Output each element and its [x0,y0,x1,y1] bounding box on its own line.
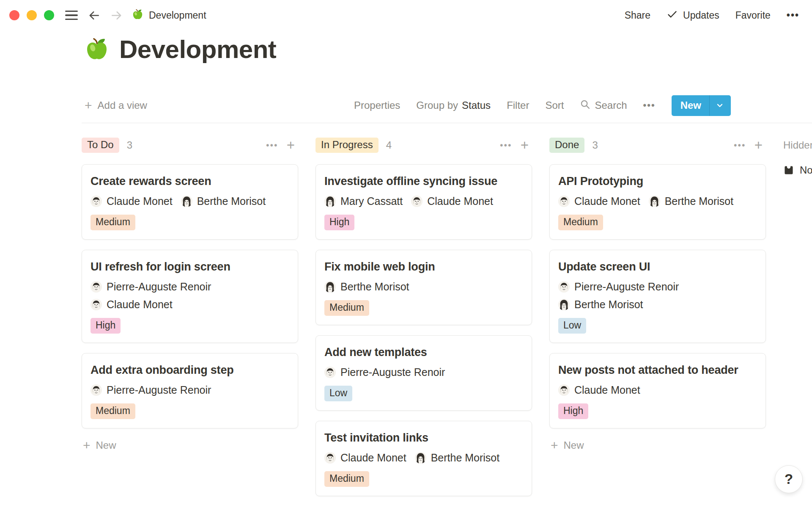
kanban-card[interactable]: Fix mobile web login Berthe MorisotMediu… [315,250,532,325]
card-assignees: Claude Monet [558,384,757,396]
kanban-board: To Do3•••+Create rewards screen Claude M… [82,137,812,508]
column-add-icon[interactable]: + [754,139,763,151]
page-title[interactable]: Development [119,35,276,64]
kanban-card[interactable]: API Prototyping Claude Monet Berthe Mori… [549,164,766,240]
toolbar-divider [82,123,812,123]
column-status-pill[interactable]: To Do [82,138,119,153]
priority-tag: Medium [324,300,369,316]
kanban-card[interactable]: Update screen UI Pierre-Auguste Renoir B… [549,250,766,343]
column-status-pill[interactable]: Done [549,138,584,153]
column-more-icon[interactable]: ••• [500,141,512,150]
group-by-value: Status [462,99,491,111]
column-add-icon[interactable]: + [287,139,295,151]
favorite-button[interactable]: Favorite [735,10,771,21]
priority-tag: Low [558,318,586,334]
avatar [91,299,102,310]
column-more-icon[interactable]: ••• [266,141,278,150]
priority-tag: Low [324,386,352,401]
column-more-icon[interactable]: ••• [734,141,746,150]
toolbar-more-icon[interactable]: ••• [643,100,656,111]
plus-icon: + [85,100,92,110]
kanban-card[interactable]: Investigate offline syncing issue Mary C… [315,164,532,240]
assignee: Pierre-Auguste Renoir [91,384,211,396]
column-status-pill[interactable]: In Progress [315,138,379,153]
kanban-card[interactable]: New posts not attached to header Claude … [549,353,766,428]
back-icon[interactable] [88,9,100,22]
avatar [324,367,336,378]
card-title: Create rewards screen [91,174,289,189]
inbox-icon [783,165,794,176]
minimize-window-button[interactable] [27,10,37,20]
board-column: In Progress4•••+Investigate offline sync… [315,137,532,508]
add-view-button[interactable]: + Add a view [85,99,147,111]
assignee-name: Pierre-Auguste Renoir [107,384,211,396]
assignee: Mary Cassatt [324,195,403,207]
assignee: Claude Monet [558,384,640,396]
kanban-card[interactable]: Create rewards screen Claude Monet Berth… [82,164,298,240]
assignee-name: Claude Monet [427,195,493,207]
kanban-card[interactable]: Add new templates Pierre-Auguste RenoirL… [315,335,532,411]
new-button-label[interactable]: New [672,95,709,116]
updates-button[interactable]: Updates [667,8,719,22]
plus-icon: + [551,440,558,451]
assignee-name: Berthe Morisot [665,195,734,207]
column-count: 3 [127,139,132,151]
assignee-name: Pierre-Auguste Renoir [107,281,211,293]
assignee-name: Claude Monet [107,195,173,207]
column-header: To Do3•••+ [82,137,298,153]
avatar [324,196,336,207]
sidebar-menu-icon[interactable] [65,11,78,20]
card-assignees: Pierre-Auguste Renoir [324,366,523,378]
priority-tag: High [91,318,121,334]
chevron-down-icon[interactable] [709,95,731,116]
search-button[interactable]: Search [580,99,627,112]
more-options-icon[interactable]: ••• [787,10,799,21]
filter-button[interactable]: Filter [507,99,529,111]
assignee: Berthe Morisot [558,298,643,311]
avatar [91,196,102,207]
card-assignees: Claude Monet Berthe Morisot [324,452,523,464]
column-count: 4 [386,139,392,151]
sort-button[interactable]: Sort [545,99,564,111]
assignee: Berthe Morisot [181,195,266,207]
new-button[interactable]: New [672,95,731,116]
priority-tag: Medium [558,215,603,230]
new-card-button[interactable]: +New [82,439,298,451]
window-titlebar: Development Share Updates Favorite ••• [0,0,812,30]
hidden-groups-label: Hidden [783,137,812,153]
breadcrumb[interactable]: Development [132,8,206,22]
card-assignees: Pierre-Auguste Renoir [91,384,289,396]
column-add-icon[interactable]: + [521,139,529,151]
new-card-label: New [96,439,116,451]
group-by-button[interactable]: Group byStatus [416,99,491,111]
avatar [558,299,570,310]
card-assignees: Pierre-Auguste Renoir Berthe Morisot [558,281,757,311]
card-assignees: Claude Monet Berthe Morisot [91,195,289,207]
card-assignees: Berthe Morisot [324,281,523,293]
assignee: Berthe Morisot [415,452,500,464]
close-window-button[interactable] [9,10,19,20]
help-button[interactable]: ? [775,465,803,493]
assignee-name: Claude Monet [574,195,640,207]
hidden-groups-column: Hidden No Status [783,137,812,176]
kanban-card[interactable]: Test invitation links Claude Monet Berth… [315,421,532,496]
avatar [558,281,570,293]
assignee: Berthe Morisot [324,281,409,293]
avatar [411,196,422,207]
zoom-window-button[interactable] [44,10,54,20]
share-button[interactable]: Share [625,10,650,21]
priority-tag: High [558,403,588,419]
page-apple-icon[interactable] [85,36,109,63]
hidden-group-item[interactable]: No Status [783,164,812,176]
new-card-button[interactable]: +New [549,439,766,451]
priority-tag: Medium [91,215,135,230]
kanban-card[interactable]: UI refresh for login screen Pierre-Augus… [82,250,298,343]
card-title: Update screen UI [558,259,757,274]
forward-icon[interactable] [110,9,123,22]
card-title: Add new templates [324,345,523,360]
assignee-name: Berthe Morisot [340,281,409,293]
apple-icon [132,8,143,22]
properties-button[interactable]: Properties [354,99,400,111]
priority-tag: High [324,215,354,230]
kanban-card[interactable]: Add extra onboarding step Pierre-Auguste… [82,353,298,428]
